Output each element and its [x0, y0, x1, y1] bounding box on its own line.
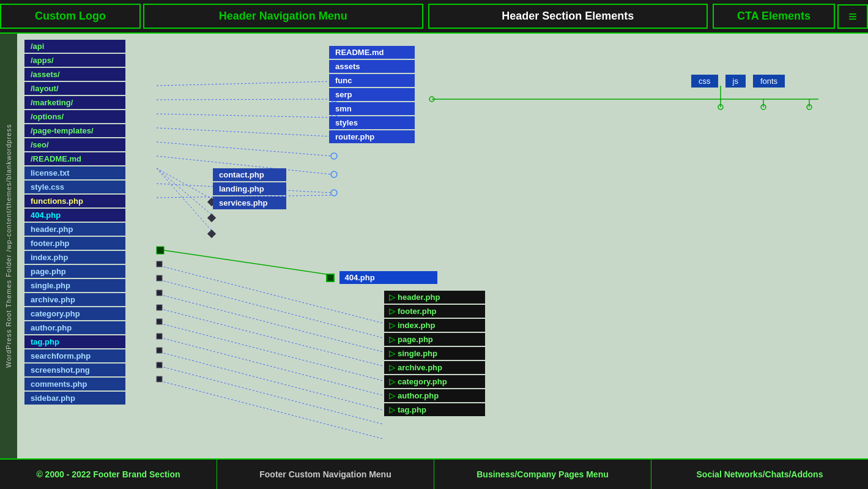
logo-highlight: Logo [79, 10, 106, 22]
svg-line-6 [157, 128, 332, 136]
list-item[interactable]: styles [329, 116, 415, 129]
svg-line-36 [157, 294, 383, 352]
svg-point-30 [807, 105, 812, 110]
list-item[interactable]: /marketing/ [24, 96, 125, 109]
footer-nav-label: Footer Custom Navigation Menu [259, 469, 391, 479]
list-item[interactable]: func [329, 74, 415, 87]
section-highlight: Header [502, 10, 539, 22]
list-item[interactable]: license.txt [24, 166, 125, 179]
svg-line-5 [157, 114, 332, 118]
list-item[interactable]: sidebar.php [24, 392, 125, 405]
hamburger-menu[interactable]: ≡ [837, 4, 868, 29]
js-node[interactable]: js [725, 75, 746, 88]
footer: © 2000 - 2022 Footer Brand Section Foote… [0, 458, 868, 489]
footer-social[interactable]: Social Networks/Chats/Addons [651, 460, 868, 489]
list-item[interactable]: author.php [24, 321, 125, 334]
list-item[interactable]: /README.md [24, 152, 125, 165]
list-item[interactable]: 404.php [339, 271, 437, 284]
section-suffix: Section Elements [539, 10, 634, 22]
svg-rect-51 [157, 376, 162, 382]
list-item[interactable]: screenshot.png [24, 364, 125, 376]
svg-line-38 [157, 323, 383, 381]
list-item[interactable]: ▷single.php [384, 347, 485, 360]
logo-prefix: Custom [35, 10, 79, 22]
file-list-col2: contact.php landing.php services.php [213, 168, 286, 211]
list-item[interactable]: style.css [24, 181, 125, 193]
footer-brand[interactable]: © 2000 - 2022 Footer Brand Section [0, 460, 217, 489]
connected-404: 404.php [326, 271, 437, 285]
list-item[interactable]: ▷category.php [384, 375, 485, 388]
svg-marker-19 [207, 214, 216, 222]
svg-rect-32 [157, 247, 164, 254]
list-item[interactable]: /layout/ [24, 82, 125, 95]
sidebar-label: WordPress Root Themes Folder /wp-content… [0, 34, 17, 458]
nav-highlight: Navigation Menu [259, 10, 347, 22]
list-item[interactable]: assets [329, 60, 415, 73]
list-item[interactable]: router.php [329, 130, 415, 143]
list-item[interactable]: tag.php [24, 335, 125, 348]
list-item[interactable]: ▷page.php [384, 333, 485, 346]
header-section-elements[interactable]: Header Section Elements [428, 4, 708, 29]
svg-marker-20 [207, 230, 216, 238]
list-item[interactable]: single.php [24, 279, 125, 292]
hamburger-icon[interactable]: ≡ [837, 4, 868, 29]
list-item[interactable]: footer.php [24, 237, 125, 250]
list-item[interactable]: /page-templates/ [24, 124, 125, 137]
list-item[interactable]: smn [329, 102, 415, 115]
logo-section[interactable]: Custom Logo [0, 4, 141, 29]
nav-prefix: Header [219, 10, 259, 22]
footer-biz-label: Business/Company Pages Menu [477, 469, 609, 479]
footer-brand-label: © 2000 - 2022 Footer Brand Section [36, 469, 180, 479]
file-list-col5: ▷header.php ▷footer.php ▷index.php ▷page… [384, 291, 485, 417]
css-node[interactable]: css [691, 75, 718, 88]
list-item[interactable]: contact.php [213, 168, 286, 181]
list-item[interactable]: serp [329, 88, 415, 101]
svg-line-41 [157, 365, 383, 424]
list-item[interactable]: services.php [213, 196, 286, 209]
list-item[interactable]: ▷author.php [384, 389, 485, 402]
footer-social-label: Social Networks/Chats/Addons [697, 469, 823, 479]
list-item[interactable]: /options/ [24, 110, 125, 123]
svg-point-28 [761, 105, 766, 110]
fonts-node[interactable]: fonts [753, 75, 785, 88]
list-item[interactable]: ▷header.php [384, 291, 485, 304]
cta-highlight: Elements [762, 10, 811, 22]
list-item[interactable]: /api [24, 40, 125, 53]
list-item[interactable]: /assets/ [24, 68, 125, 81]
svg-line-4 [157, 99, 332, 100]
content-area: /api /apps/ /assets/ /layout/ /marketing… [17, 34, 868, 458]
list-item[interactable]: /apps/ [24, 54, 125, 67]
list-item[interactable]: searchform.php [24, 349, 125, 362]
list-item[interactable]: functions.php [24, 195, 125, 207]
list-item[interactable]: header.php [24, 223, 125, 236]
footer-biz[interactable]: Business/Company Pages Menu [434, 460, 651, 489]
list-item[interactable]: ▷footer.php [384, 305, 485, 318]
svg-line-40 [157, 351, 383, 410]
svg-line-37 [157, 308, 383, 366]
list-item[interactable]: /seo/ [24, 138, 125, 151]
svg-rect-44 [157, 275, 162, 281]
svg-rect-46 [157, 305, 162, 310]
svg-line-39 [157, 337, 383, 395]
header-nav-section[interactable]: Header Navigation Menu [143, 4, 423, 29]
list-item[interactable]: page.php [24, 265, 125, 278]
svg-rect-45 [157, 290, 162, 296]
list-item[interactable]: archive.php [24, 293, 125, 306]
list-item[interactable]: ▷index.php [384, 319, 485, 332]
list-item[interactable]: category.php [24, 307, 125, 320]
svg-rect-47 [157, 319, 162, 324]
footer-nav[interactable]: Footer Custom Navigation Menu [217, 460, 434, 489]
list-item[interactable]: comments.php [24, 378, 125, 390]
svg-line-0 [157, 168, 212, 199]
list-item[interactable]: ▷tag.php [384, 403, 485, 416]
list-item[interactable]: index.php [24, 251, 125, 264]
assets-branch: css js fonts [690, 73, 786, 89]
list-item[interactable]: 404.php [24, 209, 125, 222]
list-item[interactable]: README.md [329, 46, 415, 59]
svg-line-7 [157, 142, 332, 156]
list-item[interactable]: landing.php [213, 182, 286, 195]
list-item[interactable]: ▷archive.php [384, 361, 485, 374]
svg-rect-43 [157, 261, 162, 267]
svg-rect-48 [157, 334, 162, 339]
cta-section[interactable]: CTA Elements [713, 4, 835, 29]
